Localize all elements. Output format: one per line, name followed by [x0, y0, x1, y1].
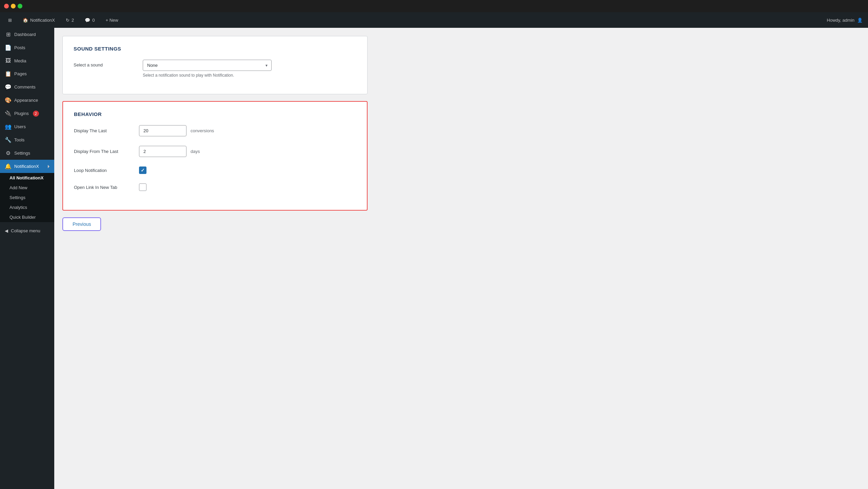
display-last-row: Display The Last conversions [74, 125, 356, 136]
display-last-input[interactable] [139, 125, 186, 136]
plugins-badge: 2 [33, 111, 39, 117]
select-sound-dropdown[interactable]: None Beep Chime Bell [143, 60, 272, 71]
admin-bar-updates[interactable]: ↻ 2 [63, 16, 77, 24]
sidebar-label-plugins: Plugins [14, 111, 29, 116]
collapse-label: Collapse menu [11, 228, 40, 233]
traffic-lights [4, 4, 22, 8]
notificationx-arrow-icon [48, 165, 50, 168]
notificationx-icon: 🔔 [5, 163, 12, 170]
sound-settings-title: SOUND SETTINGS [74, 46, 356, 52]
admin-bar-left: ⊞ 🏠 NotificationX ↻ 2 💬 0 + New [5, 16, 822, 24]
behavior-panel: BEHAVIOR Display The Last conversions Di… [62, 101, 368, 211]
new-label: + New [105, 18, 118, 23]
sidebar-label-media: Media [14, 58, 26, 63]
loop-notification-checkbox[interactable] [139, 167, 146, 174]
display-last-label: Display The Last [74, 128, 135, 133]
submenu-item-add-new[interactable]: Add New [0, 183, 54, 193]
admin-bar: ⊞ 🏠 NotificationX ↻ 2 💬 0 + New Howdy, a… [0, 12, 868, 28]
sidebar-label-tools: Tools [14, 137, 24, 142]
titlebar [0, 0, 868, 12]
updates-icon: ↻ [66, 18, 70, 23]
dashboard-icon: ⊞ [5, 31, 12, 38]
tools-icon: 🔧 [5, 137, 12, 143]
howdy-text: Howdy, admin [827, 18, 854, 23]
display-last-suffix: conversions [191, 128, 214, 133]
sidebar: ⊞ Dashboard 📄 Posts 🖼 Media 📋 Pages 💬 Co… [0, 28, 54, 489]
display-from-row: Display From The Last days [74, 146, 356, 157]
sidebar-item-tools[interactable]: 🔧 Tools [0, 133, 54, 146]
admin-bar-comments[interactable]: 💬 0 [82, 16, 97, 24]
behavior-title: BEHAVIOR [74, 111, 356, 117]
submenu-item-quick-builder[interactable]: Quick Builder [0, 212, 54, 222]
sidebar-item-comments[interactable]: 💬 Comments [0, 80, 54, 94]
sidebar-label-appearance: Appearance [14, 98, 38, 103]
appearance-icon: 🎨 [5, 97, 12, 103]
content-area: SOUND SETTINGS Select a sound None Beep … [62, 36, 368, 231]
collapse-icon: ◀ [5, 228, 8, 233]
updates-count: 2 [72, 18, 74, 23]
open-link-row: Open Link In New Tab [74, 183, 356, 191]
plugins-icon: 🔌 [5, 110, 12, 117]
comments-count: 0 [92, 18, 95, 23]
loop-notification-label: Loop Notification [74, 168, 135, 173]
sidebar-item-settings[interactable]: ⚙ Settings [0, 146, 54, 160]
admin-bar-right: Howdy, admin 👤 [827, 18, 863, 23]
select-sound-label: Select a sound [74, 60, 135, 67]
pages-icon: 📋 [5, 71, 12, 77]
sidebar-label-dashboard: Dashboard [14, 32, 36, 37]
sidebar-label-comments: Comments [14, 84, 36, 90]
notificationx-submenu: All NotificationX Add New Settings Analy… [0, 173, 54, 222]
display-from-input[interactable] [139, 146, 186, 157]
select-sound-hint: Select a notification sound to play with… [143, 73, 272, 78]
sidebar-label-posts: Posts [14, 45, 25, 50]
admin-bar-site[interactable]: 🏠 NotificationX [20, 16, 58, 24]
buttons-row: Previous [62, 217, 368, 231]
maximize-button[interactable] [18, 4, 22, 8]
users-icon: 👥 [5, 123, 12, 130]
settings-icon: ⚙ [5, 150, 12, 156]
sidebar-label-notificationx: NotificationX [14, 164, 39, 169]
sidebar-item-posts[interactable]: 📄 Posts [0, 41, 54, 54]
close-button[interactable] [4, 4, 9, 8]
site-name: NotificationX [30, 18, 55, 23]
site-home-icon: 🏠 [23, 18, 28, 23]
layout: ⊞ Dashboard 📄 Posts 🖼 Media 📋 Pages 💬 Co… [0, 28, 868, 489]
loop-notification-row: Loop Notification [74, 167, 356, 174]
comments-icon: 💬 [85, 18, 90, 23]
sidebar-item-users[interactable]: 👥 Users [0, 120, 54, 133]
select-sound-wrapper: None Beep Chime Bell ▾ [143, 60, 272, 71]
wp-logo-button[interactable]: ⊞ [5, 16, 15, 24]
sound-settings-panel: SOUND SETTINGS Select a sound None Beep … [62, 36, 368, 94]
minimize-button[interactable] [11, 4, 16, 8]
submenu-item-settings[interactable]: Settings [0, 193, 54, 202]
sidebar-label-settings: Settings [14, 151, 30, 156]
submenu-item-analytics[interactable]: Analytics [0, 202, 54, 212]
main-content: SOUND SETTINGS Select a sound None Beep … [54, 28, 868, 489]
open-link-label: Open Link In New Tab [74, 185, 135, 190]
select-sound-row: Select a sound None Beep Chime Bell ▾ Se… [74, 60, 356, 78]
admin-bar-new[interactable]: + New [103, 16, 121, 24]
open-link-checkbox[interactable] [139, 183, 146, 191]
previous-button[interactable]: Previous [62, 217, 101, 231]
sidebar-item-pages[interactable]: 📋 Pages [0, 67, 54, 80]
display-from-label: Display From The Last [74, 149, 135, 154]
sidebar-item-notificationx[interactable]: 🔔 NotificationX [0, 160, 54, 173]
select-sound-field: None Beep Chime Bell ▾ Select a notifica… [143, 60, 272, 78]
media-icon: 🖼 [5, 58, 12, 64]
posts-icon: 📄 [5, 44, 12, 51]
sidebar-label-users: Users [14, 124, 26, 129]
comments-sidebar-icon: 💬 [5, 84, 12, 90]
submenu-item-all[interactable]: All NotificationX [0, 173, 54, 183]
user-avatar-icon: 👤 [857, 18, 863, 23]
display-from-suffix: days [191, 149, 200, 154]
sidebar-item-appearance[interactable]: 🎨 Appearance [0, 94, 54, 107]
collapse-menu-button[interactable]: ◀ Collapse menu [0, 225, 54, 237]
sidebar-item-dashboard[interactable]: ⊞ Dashboard [0, 28, 54, 41]
sidebar-label-pages: Pages [14, 71, 27, 76]
sidebar-item-media[interactable]: 🖼 Media [0, 54, 54, 67]
sidebar-item-plugins[interactable]: 🔌 Plugins 2 [0, 107, 54, 120]
